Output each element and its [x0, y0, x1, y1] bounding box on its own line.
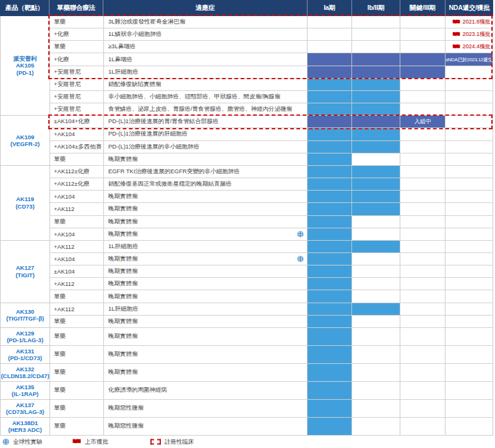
phase-ib-ii-cell	[352, 328, 400, 345]
phase-ia-cell	[308, 382, 352, 399]
pipeline-table: 產品（靶點） 單藥聯合療法 適應症 Ia期 Ib/II期 關鍵/III期 NDA…	[0, 0, 493, 448]
product-section: 派安普利AK105(PD-1)單藥3L難治或復發性霍奇金淋巴瘤2021.8獲批+…	[1, 16, 493, 116]
table-body: 派安普利AK105(PD-1)單藥3L難治或復發性霍奇金淋巴瘤2021.8獲批+…	[0, 16, 493, 436]
indication-cell: 錯配修復缺陷實體瘤	[104, 79, 308, 90]
therapy-label: +AK104	[54, 231, 75, 238]
section-rows: +AK1121L肝細胞癌單藥晚期實體瘤	[50, 303, 493, 328]
header-indication: 適應症	[103, 0, 308, 16]
indication-label: 晚期實體瘤	[108, 280, 138, 288]
header-phase-pivotal-iii: 關鍵/III期	[400, 0, 446, 16]
pipeline-row: 單藥晚期實體瘤	[50, 290, 493, 303]
dashed-box-icon	[150, 439, 161, 444]
approval-label: 2021.8獲批	[462, 18, 491, 26]
therapy-cell: +安羅替尼	[50, 103, 104, 115]
enrolling-label: 入組中	[415, 118, 431, 126]
indication-label: 晚期實體瘤	[108, 155, 138, 163]
phase-pivotal-cell	[400, 41, 446, 53]
indication-label: PD-(L)1治療後進展的肝細胞癌	[108, 130, 187, 138]
therapy-cell: 單藥	[50, 346, 104, 363]
therapy-label: +AK104	[54, 193, 75, 200]
pipeline-page: { "title": "臨床管線進度表", "colors": { "heade…	[0, 0, 495, 448]
pipeline-row: +化療1L鼻咽癌sNDA已於2023.12遞交	[50, 53, 493, 66]
product-label: AK119	[16, 196, 34, 202]
therapy-label: 單藥	[54, 368, 66, 376]
therapy-cell: 單藥	[50, 153, 104, 165]
phase-ib-ii-cell	[352, 16, 400, 28]
therapy-cell: +安羅替尼	[50, 79, 104, 90]
phase-ia-cell	[308, 79, 352, 90]
therapy-label: 單藥	[54, 386, 66, 394]
pipeline-row: +安羅替尼1L肝細胞癌	[50, 66, 493, 79]
phase-ib-ii-cell	[352, 278, 400, 290]
nda-cell	[446, 418, 493, 435]
phase-pivotal-cell	[400, 346, 446, 363]
phase-pivotal-cell	[400, 191, 446, 202]
phase-ia-cell	[308, 290, 352, 302]
phase-pivotal-cell	[400, 91, 446, 103]
indication-label: PD-(L)1治療後進展的非小細胞肺癌	[108, 143, 199, 151]
indication-label: 晚期實體瘤	[108, 192, 138, 200]
indication-label: 1L肝細胞癌	[108, 68, 139, 76]
indication-label: PD-(L)1治療後進展的胃/胃食管結合部腺癌	[108, 118, 218, 126]
nda-cell	[446, 66, 493, 78]
phase-ia-cell	[308, 418, 352, 435]
phase-pivotal-cell	[400, 265, 446, 277]
product-label: (HER3 ADC)	[8, 426, 42, 433]
phase-ib-ii-cell	[352, 253, 400, 265]
nda-cell	[446, 166, 493, 178]
therapy-cell: +AK104±多西他賽	[50, 141, 104, 153]
product-cell: AK109(VEGFR-2)	[1, 116, 50, 166]
therapy-label: +AK104	[54, 256, 75, 262]
globe-icon	[2, 438, 9, 445]
indication-cell: 晚期實體瘤	[104, 328, 308, 345]
product-cell: AK130(TIGIT/TGF-β)	[1, 303, 50, 328]
phase-ib-ii-cell	[352, 91, 400, 103]
phase-pivotal-cell	[400, 382, 446, 399]
therapy-label: +AK112	[54, 205, 74, 212]
product-label: AK137	[16, 402, 35, 408]
indication-label: 晚期實體瘤	[108, 317, 138, 325]
phase-ib-ii-cell	[352, 128, 400, 140]
pipeline-row: +安羅替尼錯配修復缺陷實體瘤	[50, 79, 493, 91]
product-label: (CD73)	[15, 203, 35, 210]
product-label: AK135	[16, 384, 35, 390]
phase-pivotal-cell	[400, 303, 446, 315]
product-cell: AK127(TIGIT)	[1, 241, 50, 303]
phase-ia-cell	[308, 364, 352, 381]
pipeline-row: +安羅替尼食管鱗癌、泌尿上皮癌、胃腺癌/胃食管腺癌、膽管癌、神經內分泌腫瘤	[50, 103, 493, 116]
therapy-cell: 單藥	[50, 382, 104, 399]
pipeline-row: 單藥晚期實體瘤	[50, 328, 493, 346]
product-label: (PD-1/CD73)	[8, 355, 42, 361]
phase-ia-cell	[308, 328, 352, 345]
product-cell: AK137(CD73/LAG-3)	[1, 400, 50, 418]
therapy-label: +AK104±多西他賽	[54, 143, 101, 151]
nda-cell	[446, 141, 493, 153]
indication-cell: 晚期實體瘤	[104, 346, 308, 363]
header-phase-ia: Ia期	[308, 0, 352, 16]
product-section: AK131(PD-1/CD73)單藥晚期實體瘤	[1, 346, 493, 364]
indication-cell: 3L難治或復發性霍奇金淋巴瘤	[104, 16, 308, 28]
indication-label: 錯配修復缺陷實體瘤	[108, 80, 161, 88]
product-section: AK129(PD-1/LAG-3)單藥晚期實體瘤	[1, 328, 493, 346]
section-rows: 單藥晚期惡性腫瘤	[50, 400, 493, 418]
phase-ia-cell	[308, 16, 352, 28]
section-rows: 單藥化療誘導的周圍神經病	[50, 382, 493, 400]
therapy-label: +AK112	[54, 280, 74, 287]
therapy-cell: 單藥	[50, 400, 104, 417]
indication-cell: 晚期實體瘤	[104, 265, 308, 277]
indication-label: 晚期實體瘤	[108, 293, 138, 301]
product-cell: AK131(PD-1/CD73)	[1, 346, 50, 364]
pipeline-row: 單藥晚期惡性腫瘤	[50, 400, 493, 418]
globe-icon	[297, 231, 304, 238]
indication-cell: 食管鱗癌、泌尿上皮癌、胃腺癌/胃食管腺癌、膽管癌、神經內分泌腫瘤	[104, 103, 308, 115]
indication-label: 晚期惡性腫瘤	[108, 422, 144, 430]
phase-pivotal-cell	[400, 216, 446, 228]
product-label: AK130	[16, 308, 35, 315]
nda-cell	[446, 290, 493, 302]
phase-pivotal-cell	[400, 253, 446, 265]
section-rows: 單藥晚期實體瘤	[50, 328, 493, 346]
phase-pivotal-cell	[400, 153, 446, 165]
product-label: (TIGIT)	[15, 272, 35, 278]
therapy-cell: +AK112	[50, 303, 104, 315]
indication-label: 非小細胞肺癌、小細胞肺癌、頭頸部癌、甲狀腺癌、間皮瘤/胸腺瘤	[108, 93, 280, 101]
